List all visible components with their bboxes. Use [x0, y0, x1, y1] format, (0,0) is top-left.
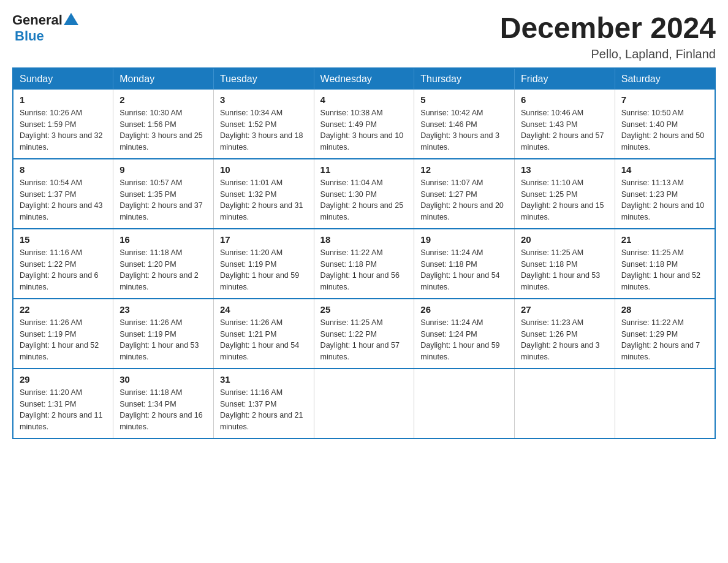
day-number: 9 — [119, 164, 207, 175]
table-row: 31 Sunrise: 11:16 AM Sunset: 1:37 PM Day… — [213, 369, 314, 439]
day-number: 2 — [119, 94, 207, 105]
table-row: 11 Sunrise: 11:04 AM Sunset: 1:30 PM Day… — [314, 159, 414, 229]
table-row: 26 Sunrise: 11:24 AM Sunset: 1:24 PM Day… — [414, 299, 515, 369]
day-info: Sunrise: 10:57 AM Sunset: 1:35 PM Daylig… — [119, 177, 207, 223]
day-number: 14 — [621, 164, 708, 175]
table-row: 16 Sunrise: 11:18 AM Sunset: 1:20 PM Day… — [113, 229, 214, 299]
day-number: 3 — [220, 94, 308, 105]
day-info: Sunrise: 10:42 AM Sunset: 1:46 PM Daylig… — [420, 107, 508, 153]
table-row: 30 Sunrise: 11:18 AM Sunset: 1:34 PM Day… — [113, 369, 214, 439]
table-row: 5 Sunrise: 10:42 AM Sunset: 1:46 PM Dayl… — [414, 90, 515, 159]
table-row: 25 Sunrise: 11:25 AM Sunset: 1:22 PM Day… — [314, 299, 414, 369]
day-number: 25 — [320, 304, 408, 315]
table-row: 2 Sunrise: 10:30 AM Sunset: 1:56 PM Dayl… — [113, 90, 214, 159]
table-row: 23 Sunrise: 11:26 AM Sunset: 1:19 PM Day… — [113, 299, 214, 369]
table-row: 29 Sunrise: 11:20 AM Sunset: 1:31 PM Day… — [13, 369, 113, 439]
day-number: 10 — [220, 164, 308, 175]
calendar-week-row: 15 Sunrise: 11:16 AM Sunset: 1:22 PM Day… — [13, 229, 715, 299]
logo-blue-text: Blue — [15, 28, 44, 44]
table-row: 12 Sunrise: 11:07 AM Sunset: 1:27 PM Day… — [414, 159, 515, 229]
day-info: Sunrise: 11:24 AM Sunset: 1:18 PM Daylig… — [420, 247, 508, 293]
table-row — [515, 369, 615, 439]
calendar-week-row: 22 Sunrise: 11:26 AM Sunset: 1:19 PM Day… — [13, 299, 715, 369]
location: Pello, Lapland, Finland — [500, 47, 716, 61]
table-row: 22 Sunrise: 11:26 AM Sunset: 1:19 PM Day… — [13, 299, 113, 369]
logo: General Blue — [12, 12, 80, 44]
day-number: 11 — [320, 164, 408, 175]
col-monday: Monday — [113, 68, 214, 90]
day-number: 17 — [220, 234, 308, 245]
day-number: 18 — [320, 234, 408, 245]
table-row: 7 Sunrise: 10:50 AM Sunset: 1:40 PM Dayl… — [615, 90, 715, 159]
col-thursday: Thursday — [414, 68, 515, 90]
table-row — [314, 369, 414, 439]
table-row: 28 Sunrise: 11:22 AM Sunset: 1:29 PM Day… — [615, 299, 715, 369]
day-info: Sunrise: 11:24 AM Sunset: 1:24 PM Daylig… — [420, 317, 508, 363]
col-tuesday: Tuesday — [213, 68, 314, 90]
page-header: General Blue December 2024 Pello, Laplan… — [12, 12, 716, 61]
day-info: Sunrise: 11:22 AM Sunset: 1:29 PM Daylig… — [621, 317, 708, 363]
day-number: 24 — [220, 304, 308, 315]
table-row: 20 Sunrise: 11:25 AM Sunset: 1:18 PM Day… — [515, 229, 615, 299]
day-number: 6 — [521, 94, 609, 105]
table-row: 27 Sunrise: 11:23 AM Sunset: 1:26 PM Day… — [515, 299, 615, 369]
day-number: 20 — [521, 234, 609, 245]
col-saturday: Saturday — [615, 68, 715, 90]
day-number: 21 — [621, 234, 708, 245]
table-row: 21 Sunrise: 11:25 AM Sunset: 1:18 PM Day… — [615, 229, 715, 299]
table-row: 3 Sunrise: 10:34 AM Sunset: 1:52 PM Dayl… — [213, 90, 314, 159]
table-row: 18 Sunrise: 11:22 AM Sunset: 1:18 PM Day… — [314, 229, 414, 299]
calendar-header-row: Sunday Monday Tuesday Wednesday Thursday… — [13, 68, 715, 90]
day-number: 1 — [20, 94, 107, 105]
calendar-week-row: 1 Sunrise: 10:26 AM Sunset: 1:59 PM Dayl… — [13, 90, 715, 159]
day-number: 30 — [119, 374, 207, 385]
month-title: December 2024 — [500, 12, 716, 45]
day-info: Sunrise: 11:16 AM Sunset: 1:22 PM Daylig… — [20, 247, 107, 293]
day-number: 5 — [420, 94, 508, 105]
day-info: Sunrise: 11:20 AM Sunset: 1:19 PM Daylig… — [220, 247, 308, 293]
day-info: Sunrise: 11:26 AM Sunset: 1:19 PM Daylig… — [20, 317, 107, 363]
table-row: 17 Sunrise: 11:20 AM Sunset: 1:19 PM Day… — [213, 229, 314, 299]
table-row: 19 Sunrise: 11:24 AM Sunset: 1:18 PM Day… — [414, 229, 515, 299]
table-row: 14 Sunrise: 11:13 AM Sunset: 1:23 PM Day… — [615, 159, 715, 229]
day-number: 28 — [621, 304, 708, 315]
day-number: 23 — [119, 304, 207, 315]
calendar-week-row: 8 Sunrise: 10:54 AM Sunset: 1:37 PM Dayl… — [13, 159, 715, 229]
day-info: Sunrise: 10:26 AM Sunset: 1:59 PM Daylig… — [20, 107, 107, 153]
logo-general-text: General — [12, 12, 63, 28]
day-info: Sunrise: 10:30 AM Sunset: 1:56 PM Daylig… — [119, 107, 207, 153]
day-number: 29 — [20, 374, 107, 385]
day-info: Sunrise: 10:50 AM Sunset: 1:40 PM Daylig… — [621, 107, 708, 153]
day-info: Sunrise: 11:20 AM Sunset: 1:31 PM Daylig… — [20, 387, 107, 433]
day-info: Sunrise: 11:10 AM Sunset: 1:25 PM Daylig… — [521, 177, 609, 223]
table-row: 24 Sunrise: 11:26 AM Sunset: 1:21 PM Day… — [213, 299, 314, 369]
day-info: Sunrise: 10:38 AM Sunset: 1:49 PM Daylig… — [320, 107, 408, 153]
day-number: 19 — [420, 234, 508, 245]
day-number: 4 — [320, 94, 408, 105]
day-info: Sunrise: 11:13 AM Sunset: 1:23 PM Daylig… — [621, 177, 708, 223]
table-row: 9 Sunrise: 10:57 AM Sunset: 1:35 PM Dayl… — [113, 159, 214, 229]
day-info: Sunrise: 10:34 AM Sunset: 1:52 PM Daylig… — [220, 107, 308, 153]
day-number: 8 — [20, 164, 107, 175]
day-info: Sunrise: 11:18 AM Sunset: 1:20 PM Daylig… — [119, 247, 207, 293]
day-info: Sunrise: 10:46 AM Sunset: 1:43 PM Daylig… — [521, 107, 609, 153]
calendar-table: Sunday Monday Tuesday Wednesday Thursday… — [12, 67, 716, 439]
day-number: 16 — [119, 234, 207, 245]
day-info: Sunrise: 11:26 AM Sunset: 1:21 PM Daylig… — [220, 317, 308, 363]
table-row: 4 Sunrise: 10:38 AM Sunset: 1:49 PM Dayl… — [314, 90, 414, 159]
day-info: Sunrise: 11:07 AM Sunset: 1:27 PM Daylig… — [420, 177, 508, 223]
title-section: December 2024 Pello, Lapland, Finland — [500, 12, 716, 61]
day-info: Sunrise: 11:18 AM Sunset: 1:34 PM Daylig… — [119, 387, 207, 433]
col-wednesday: Wednesday — [314, 68, 414, 90]
col-friday: Friday — [515, 68, 615, 90]
day-info: Sunrise: 11:26 AM Sunset: 1:19 PM Daylig… — [119, 317, 207, 363]
day-info: Sunrise: 11:25 AM Sunset: 1:18 PM Daylig… — [521, 247, 609, 293]
table-row: 1 Sunrise: 10:26 AM Sunset: 1:59 PM Dayl… — [13, 90, 113, 159]
day-number: 22 — [20, 304, 107, 315]
day-info: Sunrise: 11:22 AM Sunset: 1:18 PM Daylig… — [320, 247, 408, 293]
table-row — [615, 369, 715, 439]
day-number: 12 — [420, 164, 508, 175]
day-number: 26 — [420, 304, 508, 315]
table-row: 15 Sunrise: 11:16 AM Sunset: 1:22 PM Day… — [13, 229, 113, 299]
day-info: Sunrise: 11:25 AM Sunset: 1:22 PM Daylig… — [320, 317, 408, 363]
